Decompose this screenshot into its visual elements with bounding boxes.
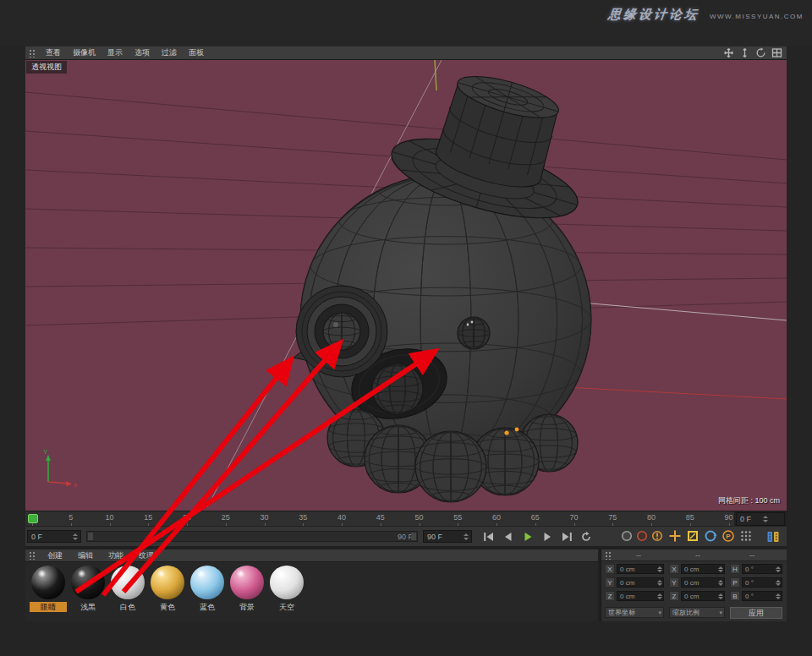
timeline-range-slider[interactable]: 90 F — [86, 531, 418, 542]
range-end-handle[interactable] — [411, 533, 416, 540]
material-tab-2[interactable]: 功能 — [101, 551, 131, 560]
panel-handle-icon[interactable] — [29, 49, 36, 57]
pos-x-label: X — [605, 564, 615, 574]
frame-counter-stepper[interactable] — [760, 516, 785, 522]
material-item-3[interactable]: 黄色 — [149, 566, 186, 612]
record-rotation-icon[interactable] — [704, 529, 717, 543]
menubar-item-4[interactable]: 过滤 — [156, 47, 183, 58]
specular-highlight — [77, 570, 86, 577]
specular-highlight — [156, 570, 166, 577]
material-item-6[interactable]: 天空 — [268, 566, 305, 612]
rot-b-field[interactable]: 0 ° — [742, 591, 782, 601]
record-parameter-icon[interactable]: P — [721, 529, 735, 543]
size-x-field[interactable]: 0 cm — [681, 564, 725, 574]
material-item-5[interactable]: 背景 — [228, 566, 266, 612]
timeline-playhead[interactable] — [28, 514, 38, 523]
previous-frame-button[interactable] — [498, 529, 518, 544]
pos-z-field[interactable]: 0 cm — [617, 591, 664, 601]
material-preview-sphere[interactable] — [230, 566, 264, 599]
material-name[interactable]: 浅黑 — [69, 602, 107, 612]
material-tab-3[interactable]: 纹理 — [131, 551, 162, 560]
toggle-views-icon[interactable] — [771, 47, 783, 58]
panel-handle-icon[interactable] — [29, 551, 36, 560]
pos-y-field[interactable]: 0 cm — [617, 577, 664, 588]
range-start-handle[interactable] — [88, 533, 93, 540]
loop-icon — [580, 532, 592, 542]
next-frame-button[interactable] — [537, 529, 557, 544]
specular-highlight — [37, 570, 47, 577]
record-keyframe-icon[interactable] — [621, 530, 633, 542]
record-position-icon[interactable] — [668, 529, 682, 543]
material-preview-sphere[interactable] — [31, 566, 65, 599]
frame-counter[interactable]: 0 F — [736, 512, 785, 526]
material-name[interactable]: 背景 — [228, 602, 266, 612]
apply-button[interactable]: 应用 — [730, 607, 782, 619]
pan-view-icon[interactable] — [722, 47, 735, 58]
record-scale-icon[interactable] — [686, 529, 700, 543]
perspective-viewport[interactable]: Y x 透视视图 网格间距 : 100 cm — [25, 60, 787, 511]
viewport-menu: 查看摄像机显示选项过滤面板 — [40, 47, 210, 58]
transport-bar: 0 F 90 F 90 F — [25, 526, 787, 546]
material-preview-sphere[interactable] — [270, 566, 304, 599]
material-item-2[interactable]: 白色 — [109, 566, 146, 612]
pos-x-field[interactable]: 0 cm — [617, 564, 664, 574]
material-item-4[interactable]: 蓝色 — [189, 566, 226, 612]
timeline-tick-5: 5 — [69, 513, 73, 522]
current-frame-stepper[interactable] — [70, 533, 80, 540]
record-pla-icon[interactable] — [739, 529, 753, 543]
current-frame-field[interactable]: 0 F — [27, 530, 81, 543]
keyframe-warning-icon[interactable] — [651, 530, 663, 542]
goto-start-button[interactable] — [479, 529, 498, 544]
end-frame-stepper[interactable] — [461, 533, 471, 540]
panel-handle-icon[interactable] — [605, 551, 612, 560]
rot-h-label: H — [730, 564, 740, 574]
record-buttons — [621, 530, 663, 542]
menubar-item-1[interactable]: 摄像机 — [67, 47, 102, 58]
play-button[interactable] — [518, 529, 537, 544]
world-coords-dropdown[interactable]: 世界坐标▾ — [605, 607, 664, 618]
material-tab-0[interactable]: 创建 — [40, 551, 70, 560]
end-frame-field[interactable]: 90 F — [423, 530, 472, 543]
material-name[interactable]: 蓝色 — [189, 602, 226, 612]
size-y-field[interactable]: 0 cm — [681, 577, 725, 588]
menubar-item-5[interactable]: 面板 — [183, 47, 210, 58]
timeline-tick-35: 35 — [299, 513, 307, 522]
size-z-field[interactable]: 0 cm — [681, 591, 725, 601]
material-tab-1[interactable]: 编辑 — [70, 551, 101, 560]
rot-h-field[interactable]: 0 ° — [742, 564, 782, 574]
material-item-1[interactable]: 浅黑 — [69, 566, 107, 612]
loop-button[interactable] — [576, 529, 595, 544]
material-swatches: 眼睛浅黑白色黄色蓝色背景天空 — [25, 562, 598, 612]
scale-mode-dropdown[interactable]: 缩放比例▾ — [669, 607, 725, 618]
menubar-item-0[interactable]: 查看 — [40, 47, 67, 58]
timeline-ruler[interactable]: 051015202530354045505560657075808590 — [25, 511, 734, 526]
material-preview-sphere[interactable] — [111, 566, 145, 599]
material-item-0[interactable]: 眼睛 — [30, 566, 67, 612]
character-model[interactable] — [294, 60, 605, 502]
specular-highlight — [196, 570, 206, 577]
rotate-view-icon[interactable] — [754, 47, 767, 58]
coords-header-position: -- — [636, 551, 641, 560]
timeline-tick-10: 10 — [105, 513, 113, 522]
rot-p-field[interactable]: 0 ° — [742, 577, 782, 588]
timeline-tick-30: 30 — [260, 513, 268, 522]
material-name[interactable]: 眼睛 — [30, 602, 67, 612]
viewport-label[interactable]: 透视视图 — [26, 61, 67, 74]
material-preview-sphere[interactable] — [151, 566, 184, 599]
size-z-label: Z — [669, 591, 679, 601]
material-name[interactable]: 黄色 — [149, 602, 186, 612]
menubar-item-3[interactable]: 选项 — [129, 47, 156, 58]
menubar-item-2[interactable]: 显示 — [102, 47, 129, 58]
material-name[interactable]: 天空 — [268, 602, 305, 612]
material-name[interactable]: 白色 — [109, 602, 146, 612]
material-preview-sphere[interactable] — [190, 566, 224, 599]
brand-url: WWW.MISSYUAN.COM — [710, 13, 804, 20]
coords-header-size: -- — [695, 551, 700, 560]
autokey-icon[interactable] — [636, 530, 648, 542]
zoom-view-icon[interactable] — [738, 47, 751, 58]
keyframe-selection-icon[interactable] — [766, 530, 780, 547]
viewport-scene[interactable]: Y x — [25, 60, 787, 511]
goto-end-button[interactable] — [557, 529, 576, 544]
transport-buttons — [479, 529, 595, 544]
material-preview-sphere[interactable] — [71, 566, 105, 599]
